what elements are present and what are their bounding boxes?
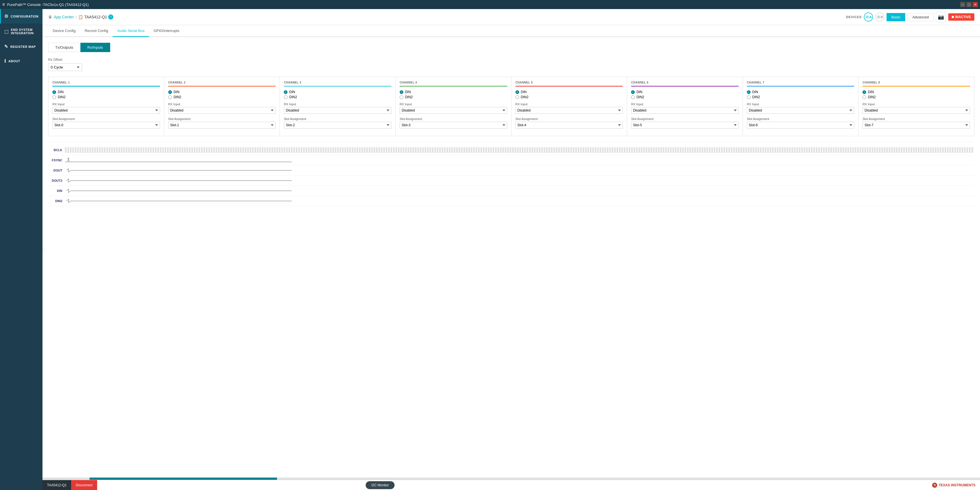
- channel-7-card: CHANNEL 7 DIN DIN2 RX Input DisabledInpu…: [743, 77, 859, 136]
- bclk-label: BCLK: [48, 148, 65, 152]
- screen-icon: 🖥: [48, 15, 52, 19]
- sidebar-item-about[interactable]: ℹ ABOUT: [0, 54, 43, 68]
- register-map-icon: ✎: [4, 44, 8, 49]
- fsync-row: FSYNC: [48, 155, 974, 165]
- channel-5-slot-label: Slot Assignment: [515, 117, 623, 121]
- channel-8-header: CHANNEL 8: [862, 81, 970, 87]
- app-center-link[interactable]: App Center: [54, 15, 74, 19]
- channel-8-slot-select[interactable]: Slot-0Slot-1Slot-2Slot-3Slot-4Slot-5Slot…: [862, 122, 970, 128]
- bottom-bar: TAA5412-Q1 Disconnect I2C Monitor TI TEX…: [43, 480, 980, 490]
- basic-mode-button[interactable]: Basic: [886, 13, 905, 21]
- restore-button[interactable]: □: [966, 2, 972, 7]
- channel-2-rx-select[interactable]: DisabledInput 1Input 2: [168, 107, 276, 114]
- sidebar-item-end-system[interactable]: ⬚ END SYSTEM INTEGRATION: [0, 24, 43, 40]
- channel-8-radio-group: DIN DIN2: [862, 90, 970, 99]
- channel-7-slot-select[interactable]: Slot-0Slot-1Slot-2Slot-3Slot-4Slot-5Slot…: [747, 122, 854, 128]
- channel-3-slot-select[interactable]: Slot-0Slot-1Slot-2: [284, 122, 391, 128]
- channel-7-rx-select[interactable]: DisabledInput 1Input 2: [747, 107, 854, 114]
- channel-5-header: CHANNEL 5: [515, 81, 623, 87]
- close-button[interactable]: ✕: [973, 2, 978, 7]
- channel-4-slot-select[interactable]: Slot-0Slot-1Slot-2Slot-3: [400, 122, 507, 128]
- channel-1-rx-select[interactable]: DisabledInput 1Input 2: [52, 107, 160, 114]
- channel-8-din2-radio[interactable]: DIN2: [862, 95, 970, 99]
- help-button[interactable]: ?: [108, 14, 113, 19]
- channel-4-din-radio[interactable]: DIN: [400, 90, 507, 94]
- inner-content: Tx/Outputs Rx/Inputs Rx Offset 0 Cycle 1…: [43, 37, 980, 477]
- screenshot-button[interactable]: 📷: [936, 12, 946, 22]
- fsync-signal: [65, 157, 974, 163]
- minimize-button[interactable]: ─: [960, 2, 965, 7]
- channel-5-card: CHANNEL 5 DIN DIN2 RX Input DisabledInpu…: [512, 77, 627, 136]
- rx-offset-select[interactable]: 0 Cycle 1 Cycle 2 Cycles 3 Cycles: [48, 63, 82, 71]
- tab-bar: Device Config Record Config Audio Serial…: [43, 25, 980, 37]
- dout2-waveform: [65, 178, 974, 184]
- channel-3-rx-select[interactable]: DisabledInput 1Input 2: [284, 107, 391, 114]
- dout2-label: DOUT2: [48, 179, 65, 182]
- channel-4-slot-label: Slot Assignment: [400, 117, 507, 121]
- content-area: ‹ 🖥 App Center / 📋 TAA5412-Q1 ? DEVICES: [43, 9, 980, 490]
- i2c-monitor-button[interactable]: I2C Monitor: [366, 481, 395, 489]
- channel-3-header: CHANNEL 3: [284, 81, 391, 87]
- advanced-mode-button[interactable]: Advanced: [907, 13, 934, 21]
- channel-4-header: CHANNEL 4: [400, 81, 507, 87]
- disconnect-button[interactable]: Disconnect: [71, 480, 97, 490]
- channel-2-slot-select[interactable]: Slot-0Slot-1Slot-2: [168, 122, 276, 128]
- top-header: 🖥 App Center / 📋 TAA5412-Q1 ? DEVICES A: [43, 9, 980, 25]
- channel-4-rx-select[interactable]: DisabledInput 1Input 2: [400, 107, 507, 114]
- channel-7-din2-radio[interactable]: DIN2: [747, 95, 854, 99]
- sidebar-item-configuration[interactable]: ⚙ CONFIGURATION: [0, 9, 43, 24]
- device-b-button[interactable]: B: [875, 13, 884, 22]
- channel-6-din-radio[interactable]: DIN: [631, 90, 739, 94]
- channel-6-din2-radio[interactable]: DIN2: [631, 95, 739, 99]
- channel-6-radio-group: DIN DIN2: [631, 90, 739, 99]
- scrollbar-track[interactable]: [43, 477, 980, 480]
- device-a-button[interactable]: A: [864, 13, 873, 22]
- subtab-rx-inputs[interactable]: Rx/Inputs: [80, 43, 110, 52]
- channel-8-rx-select[interactable]: DisabledInput 1Input 2: [862, 107, 970, 114]
- channel-5-din2-radio[interactable]: DIN2: [515, 95, 623, 99]
- ti-logo: TI TEXAS INSTRUMENTS: [932, 482, 975, 488]
- fsync-label: FSYNC: [48, 159, 65, 162]
- tab-record-config[interactable]: Record Config: [80, 25, 113, 37]
- channel-3-din-radio[interactable]: DIN: [284, 90, 391, 94]
- channel-6-header: CHANNEL 6: [631, 81, 739, 87]
- din2-signal: [65, 198, 974, 204]
- channel-4-rx-label: RX Input: [400, 103, 507, 106]
- configuration-icon: ⚙: [4, 14, 8, 19]
- channel-2-rx-label: RX Input: [168, 103, 276, 106]
- channel-8-slot-label: Slot Assignment: [862, 117, 970, 121]
- channel-1-slot-label: Slot Assignment: [52, 117, 160, 121]
- device-a-label: A: [869, 15, 872, 19]
- channel-5-din-radio[interactable]: DIN: [515, 90, 623, 94]
- channel-5-slot-select[interactable]: Slot-0Slot-1Slot-2Slot-3Slot-4: [515, 122, 623, 128]
- channel-3-din2-radio[interactable]: DIN2: [284, 95, 391, 99]
- status-dot: [952, 16, 954, 18]
- channel-1-slot-select[interactable]: Slot-0Slot-1Slot-2Slot-3: [52, 122, 160, 128]
- channel-3-card: CHANNEL 3 DIN DIN2 RX Input DisabledInpu…: [280, 77, 396, 136]
- titlebar: ≡ PurePath™ Console -TAC5x1x-Q1 (TAA5412…: [0, 0, 980, 9]
- devices-label: DEVICES: [846, 15, 862, 19]
- tab-device-config[interactable]: Device Config: [48, 25, 80, 37]
- scrollbar-thumb[interactable]: [89, 477, 277, 480]
- channel-8-rx-label: RX Input: [862, 103, 970, 106]
- channel-1-din2-radio[interactable]: DIN2: [52, 95, 160, 99]
- channel-6-rx-select[interactable]: DisabledInput 1Input 2: [631, 107, 739, 114]
- tab-audio-serial-bus[interactable]: Audio Serial Bus: [113, 25, 149, 37]
- status-label: INACTIVE: [955, 15, 971, 19]
- channel-3-slot-label: Slot Assignment: [284, 117, 391, 121]
- channel-5-rx-select[interactable]: DisabledInput 1Input 2: [515, 107, 623, 114]
- channel-1-din-radio[interactable]: DIN: [52, 90, 160, 94]
- channel-7-din-radio[interactable]: DIN: [747, 90, 854, 94]
- subtab-tx-outputs[interactable]: Tx/Outputs: [48, 43, 80, 52]
- channel-8-din-radio[interactable]: DIN: [862, 90, 970, 94]
- channel-4-din2-radio[interactable]: DIN2: [400, 95, 507, 99]
- tab-gpio-interrupts[interactable]: GPIO/Interrupts: [149, 25, 184, 37]
- din-waveform: [65, 188, 974, 193]
- svg-text:TI: TI: [934, 484, 936, 487]
- channels-grid: CHANNEL 1 DIN DIN2 RX Input DisabledInpu…: [48, 77, 974, 136]
- channel-2-din-radio[interactable]: DIN: [168, 90, 276, 94]
- channel-8-card: CHANNEL 8 DIN DIN2 RX Input DisabledInpu…: [859, 77, 974, 136]
- sidebar-item-register-map[interactable]: ✎ REGISTER MAP: [0, 40, 43, 54]
- channel-2-din2-radio[interactable]: DIN2: [168, 95, 276, 99]
- channel-6-slot-select[interactable]: Slot-0Slot-1Slot-2Slot-3Slot-4Slot-5: [631, 122, 739, 128]
